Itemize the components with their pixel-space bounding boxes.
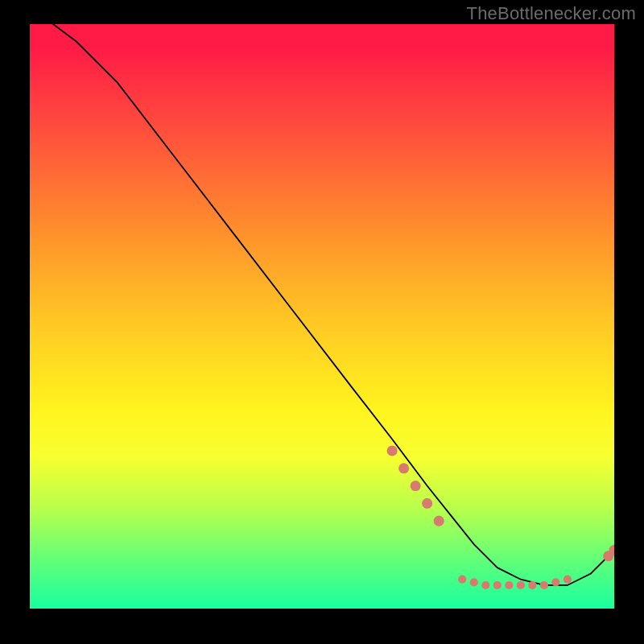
data-marker [411,481,421,491]
data-marker [517,581,525,589]
data-marker [398,463,409,473]
data-marker [528,581,536,589]
data-marker [470,578,478,586]
chart-svg [30,24,614,609]
chart-container: TheBottlenecker.com [0,0,644,644]
marker-group [387,445,614,589]
data-marker [422,498,432,509]
data-marker [505,581,513,589]
plot-area [30,24,614,609]
data-marker [564,576,572,584]
data-marker [434,516,444,526]
data-marker [551,578,559,586]
attribution-label: TheBottlenecker.com [467,3,636,24]
data-marker [458,576,466,584]
data-marker [387,445,398,456]
data-marker [493,581,502,589]
data-marker [481,581,489,589]
data-marker [540,581,548,589]
bottleneck-curve [53,24,614,585]
